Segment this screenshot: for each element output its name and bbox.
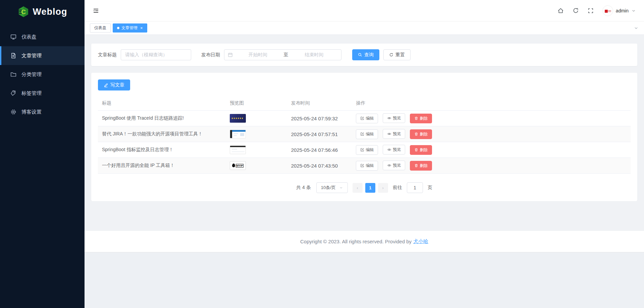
reset-button[interactable]: 重置 [383, 49, 411, 60]
article-table: 标题 预览图 发布时间 操作 SpringBoot 使用 TraceId 日志链… [98, 96, 631, 174]
collapse-sidebar-icon[interactable] [93, 7, 99, 14]
article-title: 一个好用且开源的全能 IP 工具箱！ [98, 163, 226, 169]
title-filter-placeholder: 请输入（模糊查询） [125, 52, 167, 58]
table-row: SpringBoot 指标监控及日志管理！ 2025-05-24 07:56:4… [98, 142, 631, 158]
sidebar-item-settings[interactable]: 博客设置 [0, 103, 85, 121]
tab-label: 仪表盘 [94, 25, 106, 31]
username: admin [616, 8, 629, 13]
next-page-button[interactable]: › [378, 183, 388, 193]
goto-label: 前往 [393, 185, 402, 191]
write-article-button[interactable]: 写文章 [98, 79, 130, 90]
date-end-placeholder: 结束时间 [290, 52, 338, 58]
settings-icon [10, 109, 17, 115]
preview-button[interactable]: 预览 [383, 129, 405, 139]
table-row: SpringBoot 使用 TraceId 日志链路追踪! 2025-05-24… [98, 111, 631, 126]
column-header-title: 标题 [98, 100, 226, 106]
article-publish-time: 2025-05-24 07:43:50 [287, 163, 352, 169]
article-title: SpringBoot 使用 TraceId 日志链路追踪! [98, 115, 226, 121]
title-filter-input[interactable]: 请输入（模糊查询） [121, 49, 191, 60]
tab-overflow-chevron-icon[interactable] [634, 25, 639, 30]
edit-button[interactable]: 编辑 [356, 114, 378, 123]
table-header-row: 标题 预览图 发布时间 操作 [98, 96, 631, 111]
delete-button[interactable]: 删除 [410, 145, 432, 155]
edit-icon [360, 132, 364, 136]
column-header-preview: 预览图 [226, 100, 287, 106]
sidebar-item-articles[interactable]: 文章管理 [0, 46, 85, 65]
top-header: admin [85, 0, 644, 21]
date-filter-label: 发布日期 [201, 52, 220, 58]
dashboard-icon [10, 34, 17, 40]
delete-button[interactable]: 删除 [410, 161, 432, 171]
query-button[interactable]: 查询 [352, 49, 379, 60]
preview-button[interactable]: 预览 [383, 113, 405, 123]
tab-bar: 仪表盘 文章管理 × [85, 21, 644, 35]
edit-button[interactable]: 编辑 [356, 145, 378, 155]
prev-page-button[interactable]: ‹ [353, 183, 363, 193]
table-row: 替代 JIRA！一款功能强大的开源项目管理工具！ 2025-05-24 07:5… [98, 126, 631, 142]
header-actions: admin [557, 5, 636, 16]
sidebar-item-label: 分类管理 [21, 71, 42, 78]
eye-icon [387, 116, 391, 120]
search-panel: 文章标题 请输入（模糊查询） 发布日期 开始时间 至 结束时间 查询 [91, 44, 637, 66]
bottom-background [85, 252, 644, 308]
brand-logo: C Weblog [0, 0, 85, 23]
preview-button[interactable]: 预览 [383, 161, 405, 170]
title-filter-label: 文章标题 [98, 52, 117, 58]
tab-close-icon[interactable]: × [140, 26, 143, 30]
tab-label: 文章管理 [121, 25, 138, 31]
date-start-placeholder: 开始时间 [234, 52, 282, 58]
preview-button[interactable]: 预览 [383, 145, 405, 155]
page-size-select[interactable]: 10条/页 [316, 182, 348, 193]
calendar-icon [228, 52, 233, 57]
column-header-publish-time: 发布时间 [287, 100, 352, 106]
article-thumbnail [230, 145, 246, 154]
tab-dashboard[interactable]: 仪表盘 [90, 23, 111, 33]
pen-icon [104, 83, 108, 87]
delete-button[interactable]: 删除 [410, 129, 432, 139]
date-range-picker[interactable]: 开始时间 至 结束时间 [224, 49, 341, 60]
date-separator: 至 [282, 52, 290, 58]
avatar [602, 5, 613, 16]
tag-icon [10, 90, 17, 97]
category-icon [10, 71, 17, 78]
article-publish-time: 2025-05-24 07:56:46 [287, 147, 352, 153]
edit-icon [360, 148, 364, 152]
user-menu[interactable]: admin [602, 5, 636, 16]
column-header-actions: 操作 [352, 100, 631, 106]
chevron-down-icon [339, 186, 343, 190]
pagination-total: 共 4 条 [296, 185, 311, 191]
edit-button[interactable]: 编辑 [356, 161, 378, 171]
eye-icon [387, 147, 391, 152]
goto-page-input[interactable]: 1 [407, 182, 423, 193]
sidebar-item-label: 标签管理 [21, 90, 42, 97]
copyright-text: Copyright © 2023. All rights reserved. P… [300, 239, 412, 244]
eye-icon [387, 163, 391, 168]
refresh-icon[interactable] [573, 7, 579, 14]
trash-icon [414, 148, 418, 152]
svg-text:C: C [21, 8, 26, 15]
sidebar-item-dashboard[interactable]: 仪表盘 [0, 27, 85, 46]
page-buttons: ‹ 1 › [353, 183, 388, 193]
edit-icon [360, 116, 364, 120]
home-icon[interactable] [557, 7, 564, 14]
sidebar-item-categories[interactable]: 分类管理 [0, 65, 85, 84]
edit-button[interactable]: 编辑 [356, 129, 378, 139]
trash-icon [414, 116, 418, 120]
chevron-down-icon [631, 8, 636, 13]
brand-logo-icon: C [17, 6, 30, 18]
sidebar-item-tags[interactable]: 标签管理 [0, 84, 85, 103]
edit-icon [360, 164, 364, 168]
trash-icon [414, 132, 418, 136]
tab-articles[interactable]: 文章管理 × [113, 23, 147, 33]
delete-button[interactable]: 删除 [410, 114, 432, 123]
provider-link[interactable]: 犬小哈 [413, 238, 428, 245]
app-window: C Weblog 仪表盘 文章管理 分类管理 [0, 0, 644, 308]
active-tab-dot [117, 27, 119, 29]
page-unit-label: 页 [428, 185, 432, 191]
sidebar-item-label: 博客设置 [21, 109, 42, 115]
pagination: 共 4 条 10条/页 ‹ 1 › 前往 1 页 [98, 182, 631, 193]
fullscreen-icon[interactable] [588, 8, 594, 14]
article-thumbnail [230, 114, 246, 123]
article-list-panel: 写文章 标题 预览图 发布时间 操作 SpringBoot 使用 TraceId… [91, 73, 637, 201]
page-1-button[interactable]: 1 [365, 183, 375, 193]
